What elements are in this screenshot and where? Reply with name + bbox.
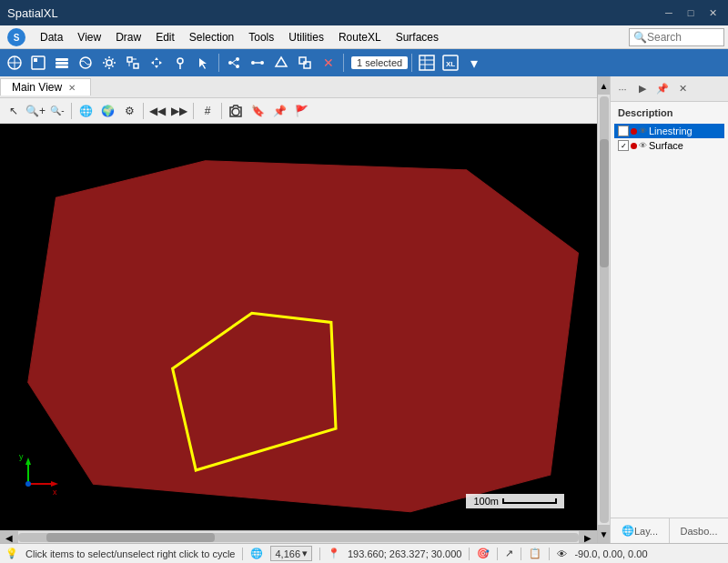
toolbar-sep-2: [343, 54, 344, 72]
status-sep-5: [521, 548, 521, 560]
toolbar-pan-btn[interactable]: [146, 52, 167, 74]
svg-point-18: [236, 57, 239, 61]
sec-pin-btn[interactable]: 📌: [269, 101, 289, 121]
svg-point-33: [232, 108, 239, 116]
layer-visibility-linestring[interactable]: 👁: [639, 126, 647, 136]
menu-data[interactable]: Data: [33, 29, 70, 45]
search-box[interactable]: 🔍: [629, 28, 724, 46]
secondary-toolbar: ↖ 🔍+ 🔍- 🌐 🌍 ⚙ ◀◀ ▶▶ # 🔖 📌 🚩: [0, 98, 597, 124]
sec-globe-btn[interactable]: 🌐: [76, 101, 96, 121]
title-bar: SpatialXL ─ □ ✕: [0, 0, 728, 25]
maximize-button[interactable]: □: [682, 5, 699, 21]
horizontal-scrollbar[interactable]: ◀ ▶: [0, 530, 597, 543]
toolbar-map-btn[interactable]: [75, 52, 96, 74]
svg-text:x: x: [53, 488, 57, 497]
toolbar-draw-pin[interactable]: [169, 52, 191, 74]
sec-bookmark-btn[interactable]: 🔖: [248, 101, 268, 121]
svg-rect-9: [56, 65, 68, 68]
close-button[interactable]: ✕: [704, 5, 721, 21]
layer-checkbox-linestring[interactable]: ✓: [618, 126, 629, 136]
sec-forward-btn[interactable]: ▶▶: [169, 101, 189, 121]
panel-tab-layers-label: Lay...: [634, 526, 658, 537]
layer-item-linestring[interactable]: ✓ 👁 Linestring: [614, 124, 724, 138]
main-toolbar: ✕ 1 selected XL ▾: [0, 49, 728, 76]
toolbar-shape-btn[interactable]: [270, 52, 292, 74]
toolbar-table-btn[interactable]: [416, 52, 438, 74]
sec-grid-btn[interactable]: #: [197, 101, 217, 121]
menu-routexl[interactable]: RouteXL: [331, 29, 389, 45]
status-location-icon: 📍: [328, 548, 340, 559]
selected-count-badge: 1 selected: [351, 56, 408, 69]
panel-tab-layers[interactable]: 🌐 Lay...: [611, 518, 670, 543]
tab-close-btn[interactable]: ✕: [65, 83, 79, 93]
toolbar-node-btn[interactable]: [223, 52, 245, 74]
sec-back-btn[interactable]: ◀◀: [147, 101, 167, 121]
toolbar-export-btn[interactable]: XL: [440, 52, 461, 74]
svg-marker-37: [25, 457, 31, 465]
layer-visibility-surface[interactable]: 👁: [639, 141, 647, 150]
map-canvas[interactable]: y x 100m: [0, 124, 597, 530]
panel-close-btn[interactable]: ✕: [674, 81, 691, 97]
scale-line-icon: [502, 498, 557, 504]
status-sep-2: [319, 548, 320, 560]
svg-rect-6: [34, 58, 37, 62]
toolbar-segment-btn[interactable]: [247, 52, 268, 74]
toolbar-icon-1[interactable]: [4, 52, 25, 74]
v-scroll-track[interactable]: [600, 96, 609, 523]
menu-view[interactable]: View: [70, 29, 108, 45]
layer-item-surface[interactable]: ✓ 👁 Surface: [614, 138, 724, 153]
toolbar-zoom-fit[interactable]: [122, 52, 144, 74]
status-globe[interactable]: 🌐: [250, 548, 263, 559]
panel-menu-btn[interactable]: ···: [614, 81, 631, 97]
panel-tab-dashboard[interactable]: Dasbo...: [670, 518, 728, 543]
toolbar-settings-btn[interactable]: [98, 52, 120, 74]
menu-draw[interactable]: Draw: [108, 29, 148, 45]
lightbulb-icon: 💡: [5, 548, 18, 559]
scroll-thumb[interactable]: [46, 533, 215, 542]
toolbar-more-btn[interactable]: ▾: [463, 52, 485, 74]
sec-cursor-btn[interactable]: ↖: [4, 101, 24, 121]
layer-name-linestring: Linestring: [649, 126, 693, 136]
status-message-icon: 📋: [529, 548, 541, 559]
panel-pin-btn[interactable]: 📌: [654, 81, 671, 97]
main-view-tab[interactable]: Main View ✕: [0, 78, 91, 96]
status-zoom-dropdown[interactable]: 4,166 ▾: [270, 546, 312, 561]
panel-play-btn[interactable]: ▶: [634, 81, 651, 97]
layer-description-label: Description: [614, 106, 724, 120]
v-scroll-thumb[interactable]: [600, 139, 609, 267]
scroll-down-btn[interactable]: ▼: [598, 525, 611, 543]
svg-rect-25: [299, 57, 306, 64]
layer-checkbox-surface[interactable]: ✓: [618, 140, 629, 151]
toolbar-select-btn[interactable]: [27, 52, 49, 74]
layer-color-surface: [631, 143, 637, 149]
minimize-button[interactable]: ─: [661, 5, 677, 21]
svg-rect-8: [56, 62, 68, 65]
menu-utilities[interactable]: Utilities: [281, 29, 331, 45]
vertical-scrollbar[interactable]: ▲ ▼: [597, 76, 610, 543]
sec-zoom-out-btn[interactable]: 🔍-: [47, 101, 67, 121]
toolbar-cursor-btn[interactable]: [193, 52, 215, 74]
menu-selection[interactable]: Selection: [182, 29, 241, 45]
panel-tab-dashboard-label: Dasbo...: [681, 526, 718, 537]
sec-zoom-in-btn[interactable]: 🔍+: [25, 101, 46, 121]
view-area: Main View ✕ ↖ 🔍+ 🔍- 🌐 🌍 ⚙ ◀◀ ▶▶ # 🔖 📌 �: [0, 76, 597, 543]
scroll-track[interactable]: [18, 533, 579, 542]
scroll-up-btn[interactable]: ▲: [598, 76, 611, 95]
toolbar-multi-select[interactable]: [294, 52, 316, 74]
menu-surfaces[interactable]: Surfaces: [389, 29, 446, 45]
toolbar-delete-btn[interactable]: ✕: [318, 52, 339, 74]
sec-globe2-btn[interactable]: 🌍: [97, 101, 117, 121]
app-title: SpatialXL: [7, 6, 58, 20]
menu-tools[interactable]: Tools: [241, 29, 281, 45]
menu-edit[interactable]: Edit: [148, 29, 182, 45]
sec-camera-btn[interactable]: [226, 101, 246, 121]
search-input[interactable]: [647, 31, 720, 44]
status-globe-icon: 🌐: [250, 548, 263, 559]
toolbar-layer-btn[interactable]: [51, 52, 73, 74]
layer-color-linestring: [631, 128, 637, 135]
sec-flag-btn[interactable]: 🚩: [291, 101, 311, 121]
sec-gear-btn[interactable]: ⚙: [119, 101, 139, 121]
menu-bar: S Data View Draw Edit Selection Tools Ut…: [0, 25, 728, 49]
scroll-left-btn[interactable]: ◀: [0, 531, 18, 543]
scroll-right-btn[interactable]: ▶: [579, 531, 597, 543]
